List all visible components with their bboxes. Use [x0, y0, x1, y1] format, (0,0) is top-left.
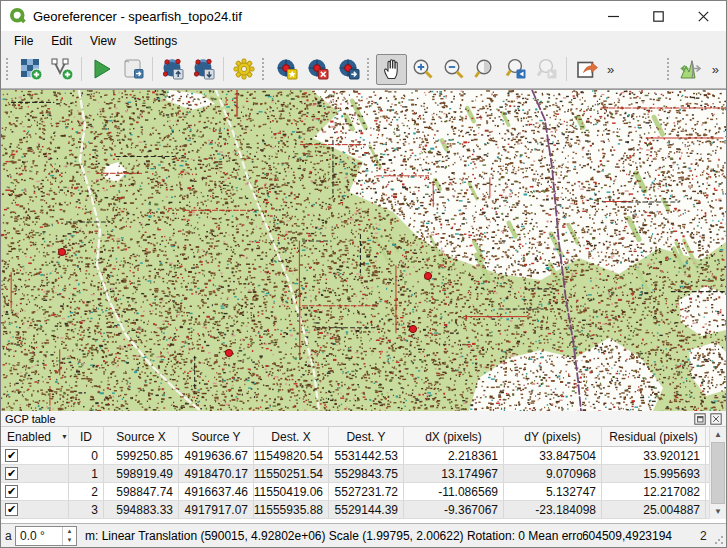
spinner-buttons[interactable]: ▲ ▼ — [62, 527, 76, 545]
zoom-next-button[interactable] — [531, 54, 562, 85]
menu-view[interactable]: View — [81, 33, 125, 49]
move-point-button[interactable] — [333, 54, 364, 85]
zoom-out-button[interactable] — [438, 54, 469, 85]
col-header-dest-x[interactable]: Dest. X — [254, 427, 329, 446]
scrollbar-thumb[interactable] — [711, 442, 725, 504]
enabled-cell[interactable]: ✔ — [1, 447, 69, 464]
col-header-source-y[interactable]: Source Y — [179, 427, 254, 446]
resize-grip-icon[interactable] — [714, 535, 724, 545]
spin-up-icon[interactable]: ▲ — [63, 527, 76, 536]
table-cell[interactable]: 594883.33 — [104, 501, 179, 518]
close-button[interactable] — [681, 1, 726, 31]
col-header-residual[interactable]: Residual (pixels) — [602, 427, 706, 446]
table-cell[interactable]: 5529843.75 — [329, 465, 404, 482]
pan-button[interactable] — [376, 54, 407, 85]
gcp-table-row[interactable]: ✔0599250.854919636.67-11549820.545531442… — [1, 447, 726, 465]
gcp-enabled-checkbox[interactable]: ✔ — [5, 503, 18, 516]
gcp-enabled-checkbox[interactable]: ✔ — [5, 467, 18, 480]
col-header-source-x[interactable]: Source X — [104, 427, 179, 446]
table-cell[interactable]: 3 — [69, 501, 104, 518]
spin-down-icon[interactable]: ▼ — [63, 536, 76, 545]
table-cell[interactable]: 599250.85 — [104, 447, 179, 464]
table-cell[interactable]: 5527231.72 — [329, 483, 404, 500]
transformation-settings-button[interactable] — [228, 54, 259, 85]
menu-settings[interactable]: Settings — [125, 33, 186, 49]
start-georeferencing-button[interactable] — [86, 54, 117, 85]
gcp-table-row[interactable]: ✔1598919.494918470.17-11550251.545529843… — [1, 465, 726, 483]
menu-edit[interactable]: Edit — [42, 33, 81, 49]
gdal-script-button[interactable] — [117, 54, 148, 85]
table-cell[interactable]: 9.070968 — [504, 465, 602, 482]
toolbar-drag-handle[interactable] — [667, 58, 672, 80]
table-cell[interactable]: 4916637.46 — [179, 483, 254, 500]
table-cell[interactable]: 5529144.39 — [329, 501, 404, 518]
table-cell[interactable]: -9.367067 — [404, 501, 504, 518]
link-georeferencer-to-qgis-button[interactable] — [571, 54, 602, 85]
gcp-enabled-checkbox[interactable]: ✔ — [5, 485, 18, 498]
vector-points-icon — [50, 57, 74, 81]
col-header-enabled[interactable]: Enabled ▼ — [1, 427, 69, 446]
enabled-cell[interactable]: ✔ — [1, 483, 69, 500]
gcp-table-row[interactable]: ✔3594883.334917917.07-11555935.885529144… — [1, 501, 726, 519]
table-cell[interactable]: 4919636.67 — [179, 447, 254, 464]
enabled-cell[interactable]: ✔ — [1, 465, 69, 482]
table-cell[interactable]: 2.218361 — [404, 447, 504, 464]
toolbar-drag-handle[interactable] — [6, 58, 11, 80]
table-cell[interactable]: -11550251.54 — [254, 465, 329, 482]
table-cell[interactable]: 15.995693 — [602, 465, 706, 482]
gcp-enabled-checkbox[interactable]: ✔ — [5, 449, 18, 462]
col-header-dx[interactable]: dX (pixels) — [404, 427, 504, 446]
rotation-value[interactable]: 0.0 ° — [16, 527, 62, 545]
col-header-dest-y[interactable]: Dest. Y — [329, 427, 404, 446]
scroll-down-arrow[interactable]: ▼ — [710, 504, 726, 519]
rotation-spinbox[interactable]: 0.0 ° ▲ ▼ — [15, 526, 77, 546]
scroll-up-arrow[interactable]: ▲ — [710, 427, 726, 442]
gcp-table-row[interactable]: ✔2598847.744916637.46-11550419.065527231… — [1, 483, 726, 501]
table-cell[interactable]: 13.174967 — [404, 465, 504, 482]
filter-dropdown-icon[interactable]: ▼ — [61, 433, 68, 440]
table-cell[interactable]: 4918470.17 — [179, 465, 254, 482]
zoom-in-button[interactable] — [407, 54, 438, 85]
table-cell[interactable]: -11555935.88 — [254, 501, 329, 518]
table-cell[interactable]: -11549820.54 — [254, 447, 329, 464]
panel-float-button[interactable] — [693, 412, 706, 425]
zoom-last-button[interactable] — [500, 54, 531, 85]
panel-close-button[interactable] — [709, 412, 722, 425]
zoom-to-layer-button[interactable] — [469, 54, 500, 85]
minimize-button[interactable] — [591, 1, 636, 31]
delete-point-button[interactable] — [302, 54, 333, 85]
table-cell[interactable]: -11.086569 — [404, 483, 504, 500]
table-cell[interactable]: 33.920121 — [602, 447, 706, 464]
toolbar-overflow-chevron[interactable]: » — [602, 62, 619, 77]
map-canvas[interactable] — [1, 90, 726, 411]
table-cell[interactable]: 4917917.07 — [179, 501, 254, 518]
clipped-right-label: 2 — [700, 529, 708, 543]
menu-file[interactable]: File — [5, 33, 42, 49]
toolbar-overflow-chevron[interactable]: » — [707, 62, 724, 77]
table-cell[interactable]: 12.217082 — [602, 483, 706, 500]
enabled-cell[interactable]: ✔ — [1, 501, 69, 518]
table-cell[interactable]: 598919.49 — [104, 465, 179, 482]
open-raster-button[interactable] — [15, 54, 46, 85]
add-point-button[interactable] — [271, 54, 302, 85]
table-cell[interactable]: 33.847504 — [504, 447, 602, 464]
table-cell[interactable]: 5531442.53 — [329, 447, 404, 464]
table-cell[interactable]: 2 — [69, 483, 104, 500]
table-cell[interactable]: 0 — [69, 447, 104, 464]
table-cell[interactable]: 1 — [69, 465, 104, 482]
col-header-id[interactable]: ID — [69, 427, 104, 446]
table-cell[interactable]: 25.004887 — [602, 501, 706, 518]
col-header-dy[interactable]: dY (pixels) — [504, 427, 602, 446]
histogram-stretch-button[interactable] — [676, 54, 707, 85]
maximize-button[interactable] — [636, 1, 681, 31]
save-gcp-points-button[interactable] — [188, 54, 219, 85]
open-gcp-points-button[interactable] — [46, 54, 77, 85]
table-vertical-scrollbar[interactable]: ▲ ▼ — [709, 427, 726, 519]
toolbar-drag-handle[interactable] — [262, 58, 267, 80]
table-cell[interactable]: 5.132747 — [504, 483, 602, 500]
table-cell[interactable]: 598847.74 — [104, 483, 179, 500]
load-gcp-points-button[interactable] — [157, 54, 188, 85]
table-cell[interactable]: -23.184098 — [504, 501, 602, 518]
table-cell[interactable]: -11550419.06 — [254, 483, 329, 500]
toolbar-drag-handle[interactable] — [367, 58, 372, 80]
